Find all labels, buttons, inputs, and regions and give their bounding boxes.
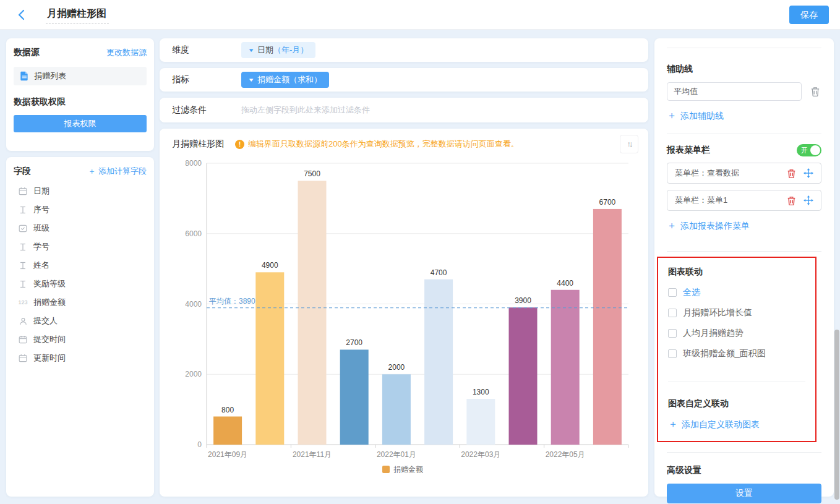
datasource-item[interactable]: 捐赠列表	[14, 67, 147, 85]
advanced-settings-button[interactable]: 设置	[667, 484, 821, 503]
checkbox-icon	[668, 309, 677, 317]
delete-menu-item-button[interactable]	[787, 196, 796, 205]
calendar-icon	[17, 354, 28, 362]
linkage-option-row[interactable]: 人均月捐赠趋势	[668, 328, 805, 339]
advanced-title: 高级设置	[667, 465, 821, 476]
move-menu-item-handle[interactable]	[804, 168, 813, 178]
settings-panel: 辅助线 ＋添加辅助线 报表菜单栏 开 菜单栏：查看数据 菜	[654, 38, 834, 497]
divider	[667, 452, 821, 453]
checkbox-icon	[668, 349, 677, 358]
bar-value-label: 1300	[473, 388, 489, 396]
document-icon	[20, 71, 29, 81]
y-axis-tick-label: 6000	[185, 229, 202, 238]
bar	[424, 280, 453, 445]
scrollbar-thumb[interactable]	[834, 330, 839, 500]
filter-dropzone-placeholder: 拖动左侧字段到此处来添加过滤条件	[241, 105, 370, 116]
fields-title: 字段	[14, 166, 31, 177]
bar	[593, 209, 622, 445]
x-axis-tick-label: 2021年11月	[293, 450, 332, 459]
field-item-text[interactable]: 序号	[14, 200, 147, 219]
chevron-down-icon: ▼	[247, 77, 254, 83]
warning-icon: !	[235, 140, 244, 149]
dimension-row: 维度 ▼ 日期（年-月）	[160, 38, 648, 62]
field-item-date[interactable]: 日期	[14, 182, 147, 200]
metric-chip[interactable]: ▼ 捐赠金额（求和）	[241, 72, 329, 88]
bar-value-label: 3900	[515, 296, 531, 305]
field-item-number[interactable]: 123 捐赠金额	[14, 293, 147, 312]
plus-icon: ＋	[88, 166, 96, 176]
legend-swatch	[382, 466, 390, 473]
chevron-down-icon: ▼	[247, 48, 254, 53]
calendar-icon	[17, 335, 28, 344]
bar-chart: 0200040006000800080049007500270020004700…	[169, 157, 637, 487]
chart-preview-panel: 月捐赠柱形图 ! 编辑界面只取数据源前200条作为查询数据预览，完整数据请访问页…	[160, 129, 648, 497]
field-item-text[interactable]: 学号	[14, 237, 147, 256]
linkage-option-row[interactable]: 月捐赠环比增长值	[668, 307, 805, 318]
plus-icon: ＋	[667, 109, 677, 122]
chart-title: 月捐赠柱形图	[172, 139, 224, 150]
report-permission-button[interactable]: 报表权限	[14, 115, 147, 132]
page-title[interactable]: 月捐赠柱形图	[46, 7, 109, 23]
preview-notice: 编辑界面只取数据源前200条作为查询数据预览，完整数据请访问页面查看。	[248, 139, 519, 150]
filter-row[interactable]: 过滤条件 拖动左侧字段到此处来添加过滤条件	[160, 98, 648, 122]
y-axis-tick-label: 8000	[185, 159, 202, 168]
field-item-date[interactable]: 提交时间	[14, 330, 147, 349]
bar-value-label: 7500	[304, 169, 320, 178]
field-item-date[interactable]: 更新时间	[14, 349, 147, 367]
divider	[668, 382, 805, 382]
number-icon: 123	[17, 299, 28, 305]
dimension-label: 维度	[172, 45, 241, 56]
aux-line-title: 辅助线	[667, 64, 821, 75]
delete-aux-line-button[interactable]	[810, 87, 820, 96]
person-icon	[17, 317, 28, 325]
add-report-menu-link[interactable]: ＋添加报表操作菜单	[667, 220, 821, 233]
bar-value-label: 4700	[431, 268, 447, 277]
text-icon	[17, 243, 28, 251]
filter-label: 过滤条件	[172, 105, 241, 116]
add-calc-field-link[interactable]: ＋添加计算字段	[88, 166, 147, 177]
bar	[213, 417, 242, 445]
legend-label: 捐赠金额	[393, 465, 423, 474]
bar	[466, 399, 495, 445]
bar	[340, 349, 369, 445]
menu-bar-toggle[interactable]: 开	[797, 144, 821, 156]
permission-title: 数据获取权限	[14, 96, 147, 108]
y-axis-tick-label: 2000	[185, 370, 202, 378]
linkage-option-row[interactable]: 班级捐赠金额_面积图	[668, 348, 805, 359]
y-axis-tick-label: 4000	[185, 300, 202, 309]
dimension-chip[interactable]: ▼ 日期（年-月）	[241, 42, 315, 58]
delete-menu-item-button[interactable]	[787, 169, 796, 178]
plus-icon: ＋	[667, 220, 677, 233]
field-item-text[interactable]: 姓名	[14, 256, 147, 275]
divider	[667, 48, 821, 48]
bar-value-label: 4900	[262, 261, 278, 270]
bar-value-label: 4400	[557, 279, 573, 288]
x-axis-tick-label: 2022年05月	[546, 450, 585, 459]
select-icon	[17, 224, 28, 233]
field-item-person[interactable]: 提交人	[14, 312, 147, 330]
plus-icon: ＋	[668, 418, 678, 431]
save-button[interactable]: 保存	[789, 6, 829, 24]
chart-editor-app: 月捐赠柱形图 保存 数据源 更改数据源 捐赠列表 数据获取权限 报表权限 字段 …	[0, 0, 840, 504]
bar	[255, 272, 284, 445]
bar	[382, 374, 411, 445]
change-datasource-link[interactable]: 更改数据源	[106, 47, 147, 58]
move-icon	[804, 195, 813, 205]
bar	[551, 290, 580, 445]
sort-button[interactable]: ↑↓	[620, 135, 638, 153]
x-axis-tick-label: 2021年09月	[208, 450, 247, 459]
field-item-text[interactable]: 奖励等级	[14, 275, 147, 293]
add-aux-line-link[interactable]: ＋添加辅助线	[667, 109, 821, 122]
fields-panel: 字段 ＋添加计算字段 日期 序号 班级 学号 姓名	[6, 157, 154, 497]
select-all-checkbox-row[interactable]: 全选	[668, 287, 805, 298]
field-item-select[interactable]: 班级	[14, 219, 147, 237]
add-custom-linkage-link[interactable]: ＋添加自定义联动图表	[668, 418, 805, 431]
average-line-label: 平均值：3890	[209, 297, 255, 305]
back-icon[interactable]	[15, 8, 28, 22]
bar-value-label: 2000	[388, 363, 405, 372]
text-icon	[17, 280, 28, 288]
datasource-title: 数据源	[14, 47, 40, 58]
move-menu-item-handle[interactable]	[804, 195, 813, 205]
checkbox-icon	[668, 329, 677, 338]
aux-line-input[interactable]	[667, 82, 802, 101]
